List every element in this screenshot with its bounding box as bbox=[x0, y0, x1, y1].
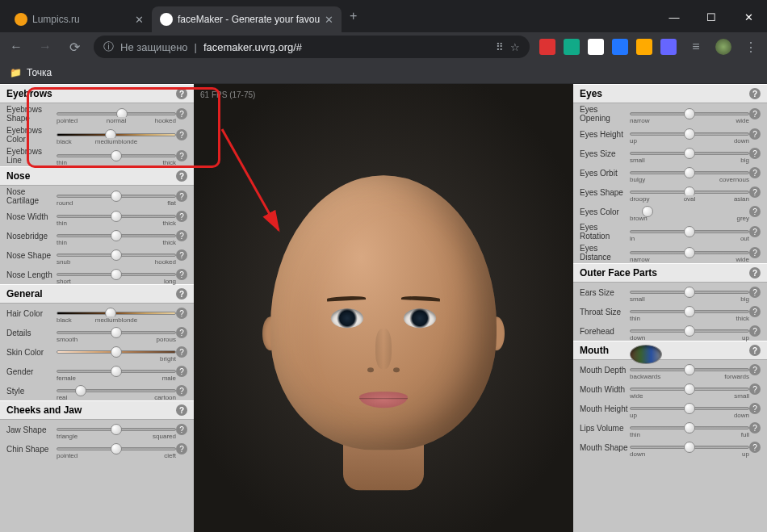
slider[interactable]: snubhooked bbox=[57, 247, 176, 263]
close-window-button[interactable]: ✕ bbox=[730, 2, 767, 32]
slider-thumb[interactable] bbox=[111, 366, 122, 377]
slider-thumb[interactable] bbox=[684, 422, 695, 434]
help-icon[interactable]: ? bbox=[176, 288, 187, 300]
help-icon[interactable]: ? bbox=[749, 383, 761, 395]
slider[interactable]: trianglesquared bbox=[57, 421, 176, 438]
reading-list-icon[interactable]: ≡ bbox=[686, 40, 706, 54]
help-icon[interactable]: ? bbox=[749, 287, 761, 298]
slider[interactable]: thinthick bbox=[57, 148, 176, 164]
face-viewport[interactable]: 61 FPS (17-75) bbox=[194, 84, 573, 532]
extension-icon[interactable] bbox=[612, 39, 628, 55]
slider-thumb[interactable] bbox=[75, 385, 86, 396]
slider[interactable]: updown bbox=[630, 400, 749, 417]
url-input[interactable]: ⓘ Не защищено | facemaker.uvrg.org/# ⠿ ☆ bbox=[94, 36, 530, 58]
slider[interactable]: roundflat bbox=[57, 188, 176, 204]
slider[interactable]: thinthick bbox=[630, 304, 749, 320]
slider-thumb[interactable] bbox=[684, 287, 695, 298]
slider-thumb[interactable] bbox=[684, 442, 695, 453]
section-header[interactable]: Outer Face Parts? bbox=[573, 263, 767, 283]
slider[interactable]: smallbig bbox=[630, 145, 749, 161]
slider-thumb[interactable] bbox=[684, 148, 695, 159]
profile-avatar[interactable] bbox=[715, 39, 731, 55]
slider-thumb[interactable] bbox=[684, 403, 695, 414]
help-icon[interactable]: ? bbox=[176, 191, 187, 202]
slider[interactable]: shortlong bbox=[57, 266, 176, 283]
help-icon[interactable]: ? bbox=[176, 88, 187, 99]
help-icon[interactable]: ? bbox=[176, 443, 187, 455]
browser-tab[interactable]: Lumpics.ru✕ bbox=[6, 6, 152, 32]
extension-icon[interactable] bbox=[564, 39, 580, 55]
section-header[interactable]: Eyes? bbox=[573, 84, 767, 103]
extension-icon[interactable] bbox=[588, 39, 604, 55]
bookmark-item[interactable]: Точка bbox=[27, 67, 52, 78]
extension-icon[interactable] bbox=[636, 39, 652, 55]
slider-thumb[interactable] bbox=[111, 327, 122, 338]
help-icon[interactable]: ? bbox=[176, 366, 187, 377]
translate-icon[interactable]: ⠿ bbox=[496, 41, 504, 53]
help-icon[interactable]: ? bbox=[749, 186, 761, 198]
help-icon[interactable]: ? bbox=[749, 206, 761, 217]
slider-thumb[interactable] bbox=[684, 247, 695, 258]
slider[interactable]: backwardsforwards bbox=[630, 362, 749, 378]
slider[interactable]: thinthick bbox=[57, 228, 176, 244]
help-icon[interactable]: ? bbox=[749, 267, 761, 279]
slider-thumb[interactable] bbox=[111, 191, 122, 202]
help-icon[interactable]: ? bbox=[749, 442, 761, 453]
bookmark-star-icon[interactable]: ☆ bbox=[510, 41, 520, 53]
slider[interactable]: thinfull bbox=[630, 420, 749, 436]
slider[interactable]: smoothporous bbox=[57, 325, 176, 341]
slider[interactable]: thinthick bbox=[57, 208, 176, 224]
slider[interactable]: downup bbox=[630, 439, 749, 455]
reload-button[interactable]: ⟳ bbox=[65, 40, 84, 55]
close-tab-icon[interactable]: ✕ bbox=[325, 14, 333, 26]
new-tab-button[interactable]: + bbox=[342, 9, 365, 23]
help-icon[interactable]: ? bbox=[176, 249, 187, 261]
slider[interactable]: browngrey bbox=[630, 203, 749, 220]
help-icon[interactable]: ? bbox=[176, 269, 187, 280]
help-icon[interactable]: ? bbox=[749, 345, 761, 356]
help-icon[interactable]: ? bbox=[176, 424, 187, 435]
slider[interactable]: narrowwide bbox=[630, 245, 749, 261]
section-header[interactable]: Cheeks and Jaw? bbox=[0, 400, 194, 420]
help-icon[interactable]: ? bbox=[176, 404, 187, 416]
section-header[interactable]: Eyebrows? bbox=[0, 84, 194, 103]
help-icon[interactable]: ? bbox=[176, 308, 187, 319]
help-icon[interactable]: ? bbox=[749, 128, 761, 140]
slider-thumb[interactable] bbox=[684, 364, 695, 375]
slider-thumb[interactable] bbox=[684, 306, 695, 317]
help-icon[interactable]: ? bbox=[749, 226, 761, 237]
slider-thumb[interactable] bbox=[684, 108, 695, 119]
slider-thumb[interactable] bbox=[684, 383, 695, 395]
slider[interactable]: smallbig bbox=[630, 284, 749, 300]
extension-icon[interactable] bbox=[660, 39, 677, 55]
help-icon[interactable]: ? bbox=[176, 346, 187, 358]
slider[interactable]: updown bbox=[630, 126, 749, 142]
slider[interactable]: blackmediumblonde bbox=[57, 305, 176, 321]
slider[interactable]: bright bbox=[57, 344, 176, 360]
slider-thumb[interactable] bbox=[111, 249, 122, 261]
help-icon[interactable]: ? bbox=[749, 364, 761, 375]
slider[interactable]: pointedcleft bbox=[57, 441, 176, 457]
help-icon[interactable]: ? bbox=[176, 327, 187, 338]
help-icon[interactable]: ? bbox=[176, 108, 187, 119]
slider-thumb[interactable] bbox=[684, 167, 695, 178]
help-icon[interactable]: ? bbox=[176, 150, 187, 161]
minimize-button[interactable]: — bbox=[656, 2, 693, 32]
help-icon[interactable]: ? bbox=[749, 247, 761, 258]
help-icon[interactable]: ? bbox=[749, 88, 761, 99]
close-tab-icon[interactable]: ✕ bbox=[135, 14, 144, 26]
help-icon[interactable]: ? bbox=[749, 403, 761, 414]
slider-thumb[interactable] bbox=[111, 269, 122, 280]
slider-thumb[interactable] bbox=[684, 325, 695, 337]
slider[interactable]: femalemale bbox=[57, 363, 176, 379]
slider-thumb[interactable] bbox=[111, 230, 122, 241]
slider-thumb[interactable] bbox=[111, 150, 122, 161]
slider-thumb[interactable] bbox=[111, 346, 122, 358]
slider-thumb[interactable] bbox=[111, 443, 122, 455]
slider-thumb[interactable] bbox=[684, 226, 695, 237]
help-icon[interactable]: ? bbox=[176, 385, 187, 396]
slider[interactable]: realcartoon bbox=[57, 383, 176, 399]
help-icon[interactable]: ? bbox=[176, 211, 187, 222]
section-header[interactable]: General? bbox=[0, 284, 194, 304]
help-icon[interactable]: ? bbox=[749, 325, 761, 337]
